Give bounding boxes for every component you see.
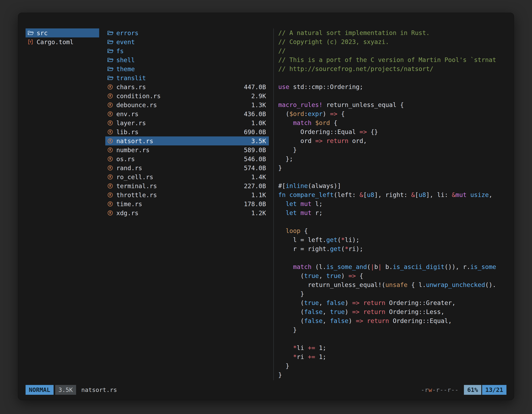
current-item-fs[interactable]: fs bbox=[105, 47, 269, 55]
svg-text:R: R bbox=[109, 157, 111, 161]
pane-separator bbox=[273, 29, 274, 380]
current-item-env.rs[interactable]: Renv.rs436.0B bbox=[105, 109, 269, 118]
entry-name: translit bbox=[116, 75, 266, 82]
code-line: (true, true) => { bbox=[278, 271, 506, 280]
code-line bbox=[278, 91, 506, 100]
entry-name: layer.rs bbox=[116, 119, 251, 127]
current-item-theme[interactable]: theme bbox=[105, 64, 269, 73]
rust-icon: R bbox=[107, 174, 116, 180]
code-line: match (l.is_some_and(|b| b.is_ascii_digi… bbox=[278, 262, 506, 271]
entry-name: os.rs bbox=[116, 155, 244, 163]
code-line: return_unless_equal!(unsafe { l.unwrap_u… bbox=[278, 280, 506, 289]
permissions-write-flag: w bbox=[428, 386, 432, 393]
code-line bbox=[278, 334, 506, 343]
current-item-condition.rs[interactable]: Rcondition.rs2.9K bbox=[105, 91, 269, 100]
code-line: // This is a port of the C version of Ma… bbox=[278, 55, 506, 64]
entry-size: 178.0B bbox=[244, 201, 266, 208]
code-line: } bbox=[278, 164, 506, 173]
current-item-ro_cell.rs[interactable]: Rro_cell.rs1.4K bbox=[105, 173, 269, 182]
panes: srcCargo.toml errorseventfsshellthemetra… bbox=[26, 29, 506, 380]
current-item-layer.rs[interactable]: Rlayer.rs1.0K bbox=[105, 118, 269, 127]
parent-item-src[interactable]: src bbox=[26, 29, 99, 38]
current-item-xdg.rs[interactable]: Rxdg.rs1.2K bbox=[105, 208, 269, 217]
current-item-event[interactable]: event bbox=[105, 38, 269, 47]
mode-badge: NORMAL bbox=[26, 385, 54, 395]
folder-open-icon bbox=[107, 66, 116, 72]
parent-item-Cargo.toml[interactable]: Cargo.toml bbox=[26, 38, 99, 47]
svg-text:R: R bbox=[109, 121, 111, 125]
code-line: loop { bbox=[278, 226, 506, 235]
entry-size: 436.0B bbox=[244, 110, 266, 118]
entry-size: 3.5K bbox=[251, 137, 266, 144]
entry-name: time.rs bbox=[116, 201, 244, 208]
svg-text:R: R bbox=[109, 148, 111, 152]
scroll-percent-badge: 61% bbox=[464, 385, 481, 395]
code-line: // bbox=[278, 47, 506, 55]
entry-size: 2.9K bbox=[251, 92, 266, 100]
current-item-os.rs[interactable]: Ros.rs546.0B bbox=[105, 154, 269, 164]
entry-name: chars.rs bbox=[116, 83, 244, 91]
rust-icon: R bbox=[107, 210, 116, 216]
permissions-text: -rw-r--r-- bbox=[421, 386, 459, 393]
status-bar: NORMAL 3.5K natsort.rs -rw-r--r-- 61% 13… bbox=[26, 385, 506, 395]
rust-icon: R bbox=[107, 120, 116, 126]
code-line: #[inline(always)] bbox=[278, 182, 506, 191]
svg-text:R: R bbox=[109, 130, 111, 134]
folder-open-icon bbox=[107, 57, 116, 63]
code-line bbox=[278, 173, 506, 182]
code-line: (false, true) => return Ordering::Less, bbox=[278, 308, 506, 317]
code-line: r = right.get(*ri); bbox=[278, 244, 506, 253]
folder-open-icon bbox=[107, 39, 116, 45]
current-item-debounce.rs[interactable]: Rdebounce.rs1.3K bbox=[105, 100, 269, 109]
code-line: macro_rules! return_unless_equal { bbox=[278, 100, 506, 109]
svg-text:R: R bbox=[109, 94, 111, 98]
parent-pane-list: srcCargo.toml bbox=[26, 29, 99, 47]
current-item-lib.rs[interactable]: Rlib.rs690.0B bbox=[105, 127, 269, 136]
current-item-errors[interactable]: errors bbox=[105, 29, 269, 38]
current-item-terminal.rs[interactable]: Rterminal.rs227.0B bbox=[105, 182, 269, 191]
cursor-position-badge: 13/21 bbox=[482, 385, 506, 395]
entry-size: 1.0K bbox=[251, 119, 266, 127]
entry-name: ro_cell.rs bbox=[116, 173, 251, 181]
yazi-window: srcCargo.toml errorseventfsshellthemetra… bbox=[18, 13, 514, 400]
entry-name: rand.rs bbox=[116, 164, 244, 172]
code-line bbox=[278, 217, 506, 226]
code-line: ($ord:expr) => { bbox=[278, 109, 506, 118]
rust-icon: R bbox=[107, 129, 116, 135]
rust-icon: R bbox=[107, 183, 116, 189]
entry-name: event bbox=[116, 39, 266, 46]
code-line: *li += 1; bbox=[278, 343, 506, 352]
status-filename: natsort.rs bbox=[81, 386, 117, 393]
permissions-prefix: -r bbox=[421, 386, 428, 393]
current-item-rand.rs[interactable]: Rrand.rs574.0B bbox=[105, 164, 269, 173]
rust-icon: R bbox=[107, 165, 116, 171]
rust-icon: R bbox=[107, 84, 116, 90]
entry-name: env.rs bbox=[116, 110, 244, 118]
parent-pane: srcCargo.toml bbox=[26, 29, 99, 380]
code-line: fn compare_left(left: &[u8], right: &[u8… bbox=[278, 191, 506, 199]
current-item-number.rs[interactable]: Rnumber.rs589.0B bbox=[105, 145, 269, 154]
code-line bbox=[278, 73, 506, 82]
svg-text:R: R bbox=[109, 193, 111, 197]
code-line: use std::cmp::Ordering; bbox=[278, 82, 506, 91]
code-line: } bbox=[278, 361, 506, 370]
svg-text:R: R bbox=[109, 166, 111, 170]
svg-text:R: R bbox=[109, 175, 111, 179]
code-line: Ordering::Equal => {} bbox=[278, 127, 506, 136]
rust-icon: R bbox=[107, 147, 116, 153]
entry-name: fs bbox=[116, 48, 266, 55]
current-item-shell[interactable]: shell bbox=[105, 55, 269, 64]
preview-pane: // A natural sort implementation in Rust… bbox=[278, 29, 506, 380]
entry-name: errors bbox=[116, 29, 266, 37]
entry-name: lib.rs bbox=[116, 128, 244, 136]
rust-icon: R bbox=[107, 93, 116, 99]
current-item-time.rs[interactable]: Rtime.rs178.0B bbox=[105, 199, 269, 208]
code-line: ord => return ord, bbox=[278, 136, 506, 145]
current-item-translit[interactable]: translit bbox=[105, 73, 269, 82]
folder-open-icon bbox=[107, 30, 116, 36]
current-item-chars.rs[interactable]: Rchars.rs447.0B bbox=[105, 82, 269, 91]
current-item-throttle.rs[interactable]: Rthrottle.rs1.1K bbox=[105, 191, 269, 199]
entry-name: natsort.rs bbox=[116, 137, 251, 144]
entry-name: terminal.rs bbox=[116, 183, 244, 190]
current-item-natsort.rs[interactable]: Rnatsort.rs3.5K bbox=[105, 136, 269, 145]
